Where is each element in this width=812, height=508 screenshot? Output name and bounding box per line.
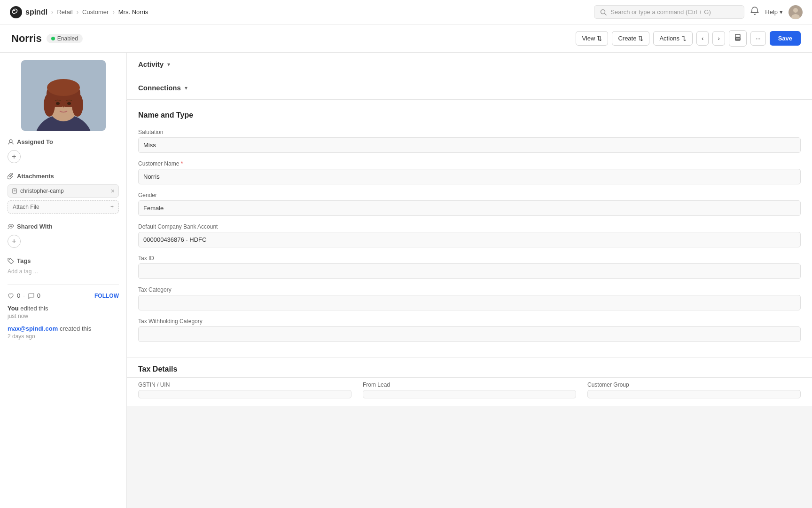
- user-avatar[interactable]: [789, 5, 803, 19]
- activity-2-action: created this: [60, 325, 91, 332]
- attachment-chip: christopher-camp ×: [8, 184, 119, 198]
- activity-1-action: edited this: [20, 305, 48, 312]
- name-and-type-title: Name and Type: [138, 111, 801, 119]
- attachments-label: Attachments: [17, 173, 54, 180]
- tax-withholding-row: Tax Withholding Category: [138, 318, 801, 342]
- svg-point-16: [47, 79, 80, 96]
- salutation-input[interactable]: [138, 137, 801, 153]
- avatar-image: [789, 5, 803, 19]
- follow-button[interactable]: FOLLOW: [94, 293, 119, 299]
- like-icon: [8, 293, 14, 299]
- tag-icon: [8, 258, 14, 264]
- sidebar: Assigned To + Attachments christopher-ca…: [0, 53, 127, 508]
- tax-details-row: GSTIN / UIN From Lead Customer Group: [127, 378, 812, 406]
- attachment-remove-button[interactable]: ×: [111, 187, 115, 195]
- svg-point-17: [56, 102, 60, 105]
- tax-id-input[interactable]: [138, 263, 801, 279]
- gender-group: Gender: [138, 192, 801, 216]
- page-header: Norris Enabled View ⇅ Create ⇅ Actions ⇅…: [0, 24, 812, 53]
- comment-icon: [28, 293, 34, 299]
- activity-1-when: just now: [8, 313, 119, 319]
- paperclip-icon: [8, 173, 14, 180]
- save-button[interactable]: Save: [770, 31, 801, 46]
- activity-2-when: 2 days ago: [8, 333, 119, 340]
- tax-category-group: Tax Category: [138, 286, 801, 310]
- next-icon: ›: [718, 35, 719, 42]
- logo[interactable]: spindl: [9, 6, 47, 19]
- profile-photo: [21, 60, 106, 131]
- assigned-to-title: Assigned To: [8, 138, 119, 145]
- actions-label: Actions: [659, 35, 679, 42]
- status-dot: [51, 37, 55, 40]
- gender-label: Gender: [138, 192, 801, 198]
- page-title: Norris: [11, 32, 42, 45]
- tax-category-label: Tax Category: [138, 286, 801, 293]
- customer-name-input[interactable]: [138, 169, 801, 184]
- gender-row: Gender: [138, 192, 801, 216]
- gstin-col: GSTIN / UIN: [138, 381, 351, 398]
- shared-with-add-button[interactable]: +: [8, 235, 21, 248]
- tax-details-header: Tax Details: [127, 357, 812, 378]
- file-icon: [12, 188, 17, 194]
- tax-category-input[interactable]: [138, 295, 801, 310]
- tax-id-label: Tax ID: [138, 255, 801, 262]
- tags-title: Tags: [8, 257, 119, 264]
- tags-label: Tags: [17, 257, 31, 264]
- from-lead-label: From Lead: [363, 381, 576, 388]
- tax-withholding-input[interactable]: [138, 326, 801, 342]
- actions-button[interactable]: Actions ⇅: [653, 31, 693, 46]
- customer-group-input[interactable]: [587, 390, 801, 398]
- actions-chevron-icon: ⇅: [681, 35, 687, 42]
- help-button[interactable]: Help ▾: [765, 8, 783, 16]
- prev-icon: ‹: [702, 35, 703, 42]
- print-icon: [734, 34, 742, 41]
- attach-file-label: Attach File: [13, 204, 39, 210]
- tax-id-group: Tax ID: [138, 255, 801, 279]
- activity-2-who: max@spindl.com: [8, 325, 58, 332]
- logo-text: spindl: [25, 8, 47, 16]
- salutation-label: Salutation: [138, 129, 801, 135]
- assigned-to-add-button[interactable]: +: [8, 150, 21, 163]
- customer-group-label: Customer Group: [587, 381, 801, 388]
- breadcrumb-sep-1: ›: [51, 8, 53, 16]
- connections-section[interactable]: Connections ▾: [127, 76, 812, 100]
- social-row: 0 · 0 FOLLOW: [8, 292, 119, 299]
- view-chevron-icon: ⇅: [597, 35, 602, 42]
- prev-button[interactable]: ‹: [696, 31, 709, 46]
- main-content: Activity ▾ Connections ▾ Name and Type S…: [127, 53, 812, 508]
- shared-with-section: Shared With +: [8, 223, 119, 248]
- print-button[interactable]: [729, 30, 747, 47]
- more-button[interactable]: ···: [750, 31, 766, 46]
- notifications-button[interactable]: [750, 6, 759, 18]
- search-bar[interactable]: Search or type a command (Ctrl + G): [594, 5, 744, 19]
- breadcrumb-customer[interactable]: Customer: [82, 8, 109, 16]
- search-placeholder: Search or type a command (Ctrl + G): [610, 8, 711, 16]
- bell-icon: [750, 6, 759, 16]
- gstin-input[interactable]: [138, 390, 351, 398]
- bank-account-input[interactable]: [138, 232, 801, 247]
- svg-point-0: [10, 6, 22, 18]
- from-lead-input[interactable]: [363, 390, 576, 398]
- topnav-right: Search or type a command (Ctrl + G) Help…: [594, 5, 803, 19]
- svg-rect-6: [735, 34, 740, 37]
- search-icon: [600, 9, 607, 16]
- salutation-group: Salutation: [138, 129, 801, 153]
- next-button[interactable]: ›: [712, 31, 725, 46]
- from-lead-col: From Lead: [363, 381, 576, 398]
- add-tag-input[interactable]: Add a tag ...: [8, 268, 38, 275]
- view-button[interactable]: View ⇅: [576, 31, 608, 46]
- breadcrumb-retail[interactable]: Retail: [57, 8, 72, 16]
- connections-chevron-icon: ▾: [185, 85, 187, 91]
- top-navigation: spindl › Retail › Customer › Mrs. Norris…: [0, 0, 812, 24]
- profile-image: [21, 60, 106, 131]
- attachments-section: Attachments christopher-camp × Attach Fi…: [8, 173, 119, 214]
- gender-input[interactable]: [138, 200, 801, 216]
- help-chevron-icon: ▾: [780, 8, 783, 16]
- create-button[interactable]: Create ⇅: [612, 31, 649, 46]
- activity-section[interactable]: Activity ▾: [127, 53, 812, 76]
- bank-account-label: Default Company Bank Account: [138, 223, 801, 230]
- breadcrumb-sep-3: ›: [112, 8, 114, 16]
- attach-file-button[interactable]: Attach File +: [8, 200, 119, 214]
- logo-icon: [9, 6, 23, 19]
- svg-point-23: [9, 224, 11, 227]
